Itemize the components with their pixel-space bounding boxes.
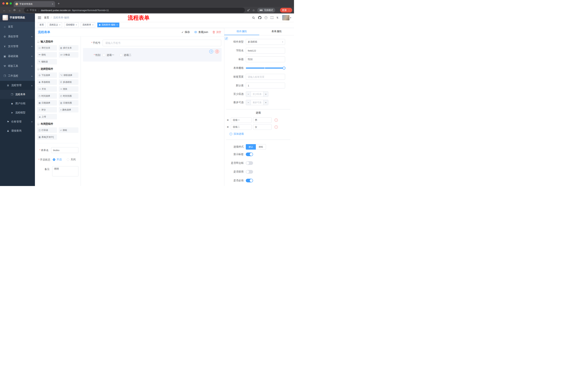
option-1-label-input[interactable] xyxy=(231,117,252,123)
form-name-input[interactable] xyxy=(51,147,78,153)
remove-option-button[interactable]: − xyxy=(274,125,278,129)
maximize-window-button[interactable] xyxy=(10,2,12,5)
show-label-switch[interactable] xyxy=(246,152,253,156)
help-icon[interactable]: ? xyxy=(264,16,267,19)
link-icon[interactable] xyxy=(225,37,228,40)
save-button[interactable]: ✓ 保存 xyxy=(182,31,190,34)
min-select-value[interactable]: 至少应选 xyxy=(251,92,263,97)
sidebar-item-leave-query[interactable]: ♟ 请假查询 xyxy=(0,126,35,135)
view-json-button[interactable]: 查看json xyxy=(194,31,208,34)
sidebar-item-process-model[interactable]: ➤ 流程模型 xyxy=(0,108,35,117)
sidebar-item-process-management[interactable]: ≣ 流程管理 ▴ xyxy=(0,81,35,90)
palette-item-single-line-text[interactable]: ▭单行文本 xyxy=(37,45,57,51)
palette-item-radio-group[interactable]: ◉单选框组 xyxy=(37,79,57,85)
tag-process-form[interactable]: 流程表单 × xyxy=(81,22,95,27)
tab-form-props[interactable]: 表单属性 xyxy=(259,28,294,35)
palette-item-upload[interactable]: ☁上传 xyxy=(37,114,57,119)
required-switch[interactable] xyxy=(246,179,253,182)
gender-field-selected[interactable]: ❐ *性别 选项一 选项二 xyxy=(83,48,221,62)
style-button-button[interactable]: 按钮 xyxy=(256,144,266,149)
forward-icon[interactable]: → xyxy=(7,9,12,12)
new-tab-button[interactable]: + xyxy=(58,2,60,6)
palette-item-button[interactable]: ▱按钮 xyxy=(59,128,79,133)
update-browser-button[interactable]: 更新 ⋮ xyxy=(280,8,292,12)
close-window-button[interactable] xyxy=(2,2,5,5)
drag-handle-icon[interactable]: ≡ xyxy=(226,118,230,122)
remove-option-button[interactable]: − xyxy=(274,118,278,122)
tab-component-props[interactable]: 组件属性 xyxy=(224,28,259,35)
plus-button[interactable]: + xyxy=(263,92,268,97)
option-2-value-input[interactable] xyxy=(253,124,272,130)
close-icon[interactable]: × xyxy=(76,24,77,26)
sidebar-item-payment[interactable]: ¥ 支付管理 ▾ xyxy=(0,42,35,51)
palette-item-table[interactable]: ▦表格[开发中] xyxy=(37,134,57,140)
palette-item-editor[interactable]: ✎编辑器 xyxy=(37,59,57,64)
github-icon[interactable] xyxy=(258,16,262,19)
palette-item-select[interactable]: ◎下拉选择 xyxy=(37,73,57,78)
tag-process-model[interactable]: 流程模型 × xyxy=(64,22,79,27)
palette-item-rate[interactable]: ☆评分 xyxy=(37,107,57,112)
delete-component-button[interactable] xyxy=(215,50,219,53)
breadcrumb-home[interactable]: 首页 xyxy=(44,16,49,19)
field-name-input[interactable] xyxy=(246,48,285,53)
status-open-radio[interactable]: 开启 xyxy=(53,158,62,161)
back-icon[interactable]: ← xyxy=(2,9,7,12)
bookmark-star-icon[interactable]: ☆ xyxy=(252,9,255,12)
tag-process-form-edit[interactable]: 流程表单-编辑 × xyxy=(97,22,119,27)
form-remark-textarea[interactable]: 嘿嘿 xyxy=(52,166,78,176)
tab-close-icon[interactable]: × xyxy=(52,3,53,5)
slider-handle[interactable] xyxy=(283,67,285,70)
label-width-input[interactable] xyxy=(246,74,285,80)
password-key-icon[interactable] xyxy=(247,9,250,12)
phone-input[interactable] xyxy=(103,40,221,46)
sidebar-item-process-form[interactable]: ❐ 流程表单 xyxy=(0,90,35,99)
option-1-value-input[interactable] xyxy=(253,117,272,123)
style-default-button[interactable]: 默认 xyxy=(246,144,256,149)
copy-component-button[interactable]: ❐ xyxy=(209,50,213,53)
home-icon[interactable]: ⌂ xyxy=(17,9,22,12)
form-grid-slider[interactable] xyxy=(246,65,285,71)
plus-button[interactable]: + xyxy=(263,100,268,105)
sidebar-item-system[interactable]: ⚙ 系统管理 ▾ xyxy=(0,32,35,42)
sidebar-item-task-management[interactable]: ⚑ 任务管理 ▾ xyxy=(0,117,35,126)
palette-item-textarea[interactable]: ▤多行文本 xyxy=(59,45,79,51)
window-controls[interactable] xyxy=(2,2,12,5)
max-select-value[interactable]: 最多可选 xyxy=(251,100,263,105)
checkbox-option-2[interactable]: 选项二 xyxy=(120,53,131,57)
hamburger-icon[interactable] xyxy=(38,16,41,19)
search-icon[interactable] xyxy=(252,16,255,19)
status-closed-radio[interactable]: 关闭 xyxy=(67,158,76,161)
close-icon[interactable]: × xyxy=(116,24,118,26)
close-icon[interactable]: × xyxy=(92,24,94,26)
option-2-label-input[interactable] xyxy=(231,124,252,130)
sidebar-item-devtools[interactable]: ⚒ 研发工具 ▾ xyxy=(0,61,35,71)
close-icon[interactable]: × xyxy=(59,24,60,26)
component-type-select[interactable]: 多选框组 ▾ xyxy=(246,39,285,45)
disabled-switch[interactable] xyxy=(246,170,253,174)
fullscreen-icon[interactable] xyxy=(271,16,273,19)
clear-button[interactable]: 清空 xyxy=(212,31,221,34)
sidebar-item-home[interactable]: ⌂ 首页 xyxy=(0,22,35,32)
add-option-button[interactable]: + 添加选项 xyxy=(230,132,290,136)
palette-item-color-picker[interactable]: ◑颜色选择 xyxy=(59,107,79,112)
address-bar[interactable]: ⚠ 不安全 | dashboard.yudao.iocoder.cn/bpm/m… xyxy=(24,8,245,13)
form-canvas[interactable]: *手机号 ❐ *性别 xyxy=(81,36,224,186)
palette-item-time-range[interactable]: ◴时间范围 xyxy=(59,93,79,99)
security-label[interactable]: 不安全 xyxy=(30,9,37,12)
palette-item-cascader[interactable]: ⌥级联选择 xyxy=(59,73,79,78)
checkbox-option-1[interactable]: 选项一 xyxy=(103,53,114,57)
sidebar-item-workflow[interactable]: ❒ 工作流程 ▴ xyxy=(0,71,35,81)
phone-field-row[interactable]: *手机号 xyxy=(83,40,221,46)
border-switch[interactable] xyxy=(246,161,253,165)
palette-item-date-picker[interactable]: ▦日期选择 xyxy=(37,100,57,106)
palette-item-counter[interactable]: 123计数器 xyxy=(59,52,79,57)
palette-item-row-container[interactable]: ◫行容器 xyxy=(37,128,57,133)
sidebar-item-infrastructure[interactable]: ▣ 基础设施 ▾ xyxy=(0,51,35,61)
tag-process-definition[interactable]: 流程定义 × xyxy=(48,22,62,27)
palette-item-slider[interactable]: ⊸滑块 xyxy=(59,86,79,92)
minimize-window-button[interactable] xyxy=(6,2,8,5)
minus-button[interactable]: − xyxy=(246,92,251,97)
drag-handle-icon[interactable]: ≡ xyxy=(226,125,230,129)
reload-icon[interactable]: ⟳ xyxy=(12,9,17,12)
avatar[interactable] xyxy=(282,15,289,20)
